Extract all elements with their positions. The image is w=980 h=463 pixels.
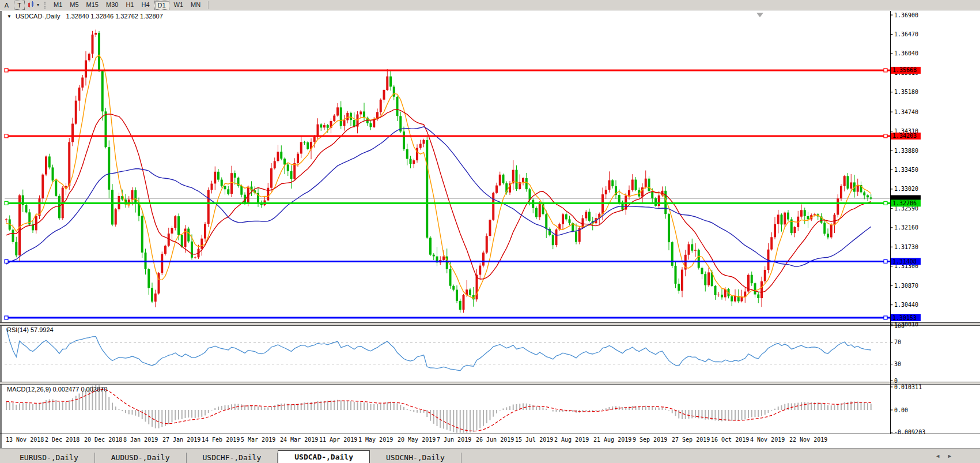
timeframe-button-d1[interactable]: D1 <box>154 1 169 10</box>
text-tool-button[interactable]: T <box>14 1 25 10</box>
svg-text:1.36040: 1.36040 <box>894 50 918 57</box>
svg-text:1.35180: 1.35180 <box>894 89 918 95</box>
time-axis[interactable]: 13 Nov 20182 Dec 201820 Dec 20188 Jan 20… <box>6 436 827 443</box>
svg-text:4 Nov 2019: 4 Nov 2019 <box>750 436 785 443</box>
tab-scrollbar: ◄ ► <box>935 453 952 459</box>
toolbar: A T ▾ M1M5M15M30H1H4D1W1MN <box>0 0 980 10</box>
timeframe-button-h4[interactable]: H4 <box>138 1 152 9</box>
line-handle[interactable] <box>884 134 887 138</box>
svg-text:1.35668: 1.35668 <box>892 67 917 73</box>
svg-text:24 Mar 2019: 24 Mar 2019 <box>280 436 318 443</box>
line-handle[interactable] <box>5 134 8 138</box>
macd-label: MACD(12,26,9) 0.002477 0.002870 <box>7 386 107 393</box>
level-price-label: 1.34203 <box>891 133 921 140</box>
arrow-tool-button[interactable]: A <box>2 1 12 9</box>
svg-text:1.30153: 1.30153 <box>892 315 917 321</box>
svg-text:14 Feb 2019: 14 Feb 2019 <box>202 436 240 443</box>
svg-text:1.36900: 1.36900 <box>894 12 918 18</box>
svg-text:2 Dec 2018: 2 Dec 2018 <box>45 436 80 443</box>
chart-tool-button[interactable]: ▾ <box>27 1 39 9</box>
line-handle[interactable] <box>884 201 887 205</box>
svg-text:1.33880: 1.33880 <box>894 148 918 154</box>
toolbar-grip[interactable] <box>44 2 47 9</box>
scroll-right-icon[interactable]: ► <box>947 453 952 459</box>
chart-tool-icon <box>27 1 36 9</box>
chevron-down-icon[interactable]: ▼ <box>7 14 12 19</box>
tab-usdchfdaily[interactable]: USDCHF-,Daily <box>187 453 278 463</box>
line-handle[interactable] <box>884 69 887 72</box>
svg-text:1.33020: 1.33020 <box>894 186 918 192</box>
svg-text:1.30870: 1.30870 <box>894 283 918 289</box>
svg-text:11 Apr 2019: 11 Apr 2019 <box>319 436 357 443</box>
tab-eurusddaily[interactable]: EURUSD-,Daily <box>3 453 95 463</box>
svg-text:27 Jan 2019: 27 Jan 2019 <box>162 436 200 443</box>
chart-title: ▼ USDCAD-,Daily 1.32840 1.32846 1.32762 … <box>7 13 163 20</box>
svg-text:30: 30 <box>894 361 901 367</box>
tab-audusddaily[interactable]: AUDUSD-,Daily <box>95 453 187 463</box>
chevron-down-icon: ▾ <box>37 2 39 7</box>
scroll-left-icon[interactable]: ◄ <box>935 453 940 459</box>
line-handle[interactable] <box>884 316 887 319</box>
svg-text:0.010311: 0.010311 <box>894 384 922 390</box>
level-price-label: 1.30153 <box>891 314 921 321</box>
rsi-label: RSI(14) 57.9924 <box>7 326 54 333</box>
svg-text:7 Jun 2019: 7 Jun 2019 <box>437 436 471 443</box>
svg-text:13 Nov 2018: 13 Nov 2018 <box>6 436 44 443</box>
svg-text:9 Sep 2019: 9 Sep 2019 <box>633 436 667 443</box>
svg-text:0: 0 <box>894 378 898 384</box>
timeframe-button-m15[interactable]: M15 <box>84 1 101 9</box>
svg-text:1.31730: 1.31730 <box>894 244 918 250</box>
svg-text:16 Oct 2019: 16 Oct 2019 <box>711 436 749 443</box>
line-handle[interactable] <box>884 259 887 263</box>
svg-text:8 Jan 2019: 8 Jan 2019 <box>123 436 158 443</box>
svg-text:100: 100 <box>894 323 905 329</box>
svg-text:-0.009203: -0.009203 <box>894 429 925 435</box>
timeframe-button-m5[interactable]: M5 <box>67 1 81 9</box>
level-price-label: 1.32706 <box>891 199 921 206</box>
line-handle[interactable] <box>5 259 8 263</box>
ohlc-values: 1.32840 1.32846 1.32762 1.32807 <box>66 13 163 20</box>
line-handle[interactable] <box>5 316 8 319</box>
svg-text:1.32706: 1.32706 <box>892 200 917 206</box>
level-price-label: 1.35668 <box>891 67 921 74</box>
svg-text:70: 70 <box>894 339 901 345</box>
level-price-label: 1.31408 <box>891 258 921 265</box>
svg-text:0.00: 0.00 <box>894 407 908 413</box>
svg-text:27 Sep 2019: 27 Sep 2019 <box>672 436 710 443</box>
svg-text:1.31408: 1.31408 <box>892 258 917 265</box>
svg-text:21 Aug 2019: 21 Aug 2019 <box>593 436 631 443</box>
tab-usdcaddaily[interactable]: USDCAD-,Daily <box>278 450 370 463</box>
svg-text:20 Dec 2018: 20 Dec 2018 <box>84 436 122 443</box>
timeframe-button-h1[interactable]: H1 <box>123 1 137 9</box>
svg-text:1.32160: 1.32160 <box>894 224 918 231</box>
svg-text:1.36470: 1.36470 <box>894 31 918 37</box>
timeframe-button-mn[interactable]: MN <box>188 1 203 9</box>
line-handle[interactable] <box>5 69 8 72</box>
svg-text:26 Jun 2019: 26 Jun 2019 <box>476 436 514 443</box>
svg-text:1.34740: 1.34740 <box>894 109 918 115</box>
timeframe-button-m1[interactable]: M1 <box>51 1 65 9</box>
svg-text:1.34203: 1.34203 <box>892 133 917 139</box>
timeframe-button-w1[interactable]: W1 <box>171 1 187 9</box>
timeframe-button-m30[interactable]: M30 <box>103 1 121 9</box>
timeframe-group: M1M5M15M30H1H4D1W1MN <box>51 1 205 10</box>
svg-text:22 Nov 2019: 22 Nov 2019 <box>789 436 827 443</box>
chart-canvas[interactable]: 1.369001.364701.360401.356101.351801.347… <box>0 0 980 463</box>
toolbar-separator <box>208 1 209 9</box>
symbol-tab-bar: EURUSD-,DailyAUDUSD-,DailyUSDCHF-,DailyU… <box>0 448 980 463</box>
line-handle[interactable] <box>5 201 8 205</box>
svg-text:5 Mar 2019: 5 Mar 2019 <box>241 436 275 443</box>
svg-text:1 May 2019: 1 May 2019 <box>358 436 393 443</box>
tab-usdcnhdaily[interactable]: USDCNH-,Daily <box>370 453 461 463</box>
svg-text:20 May 2019: 20 May 2019 <box>398 436 436 443</box>
symbol-name: USDCAD-,Daily <box>16 13 60 20</box>
svg-text:1.33450: 1.33450 <box>894 167 918 173</box>
svg-text:2 Aug 2019: 2 Aug 2019 <box>554 436 589 443</box>
svg-text:15 Jul 2019: 15 Jul 2019 <box>515 436 553 443</box>
symbol-tabs: EURUSD-,DailyAUDUSD-,DailyUSDCHF-,DailyU… <box>3 450 461 463</box>
svg-text:1.30440: 1.30440 <box>894 302 918 308</box>
